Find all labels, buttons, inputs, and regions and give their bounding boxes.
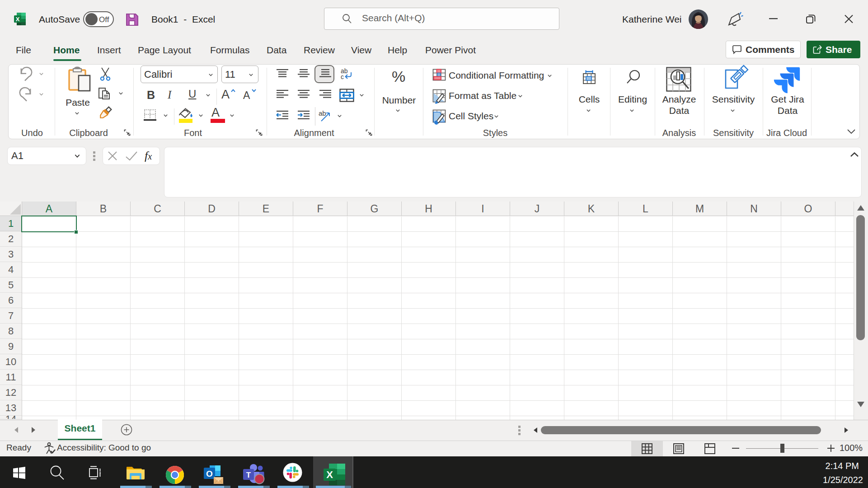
svg-text:X: X — [16, 16, 20, 23]
svg-text:X: X — [326, 469, 333, 480]
svg-text:T: T — [246, 471, 251, 479]
svg-text:ab: ab — [319, 109, 326, 117]
svg-text:c: c — [341, 73, 344, 80]
svg-text:O: O — [206, 469, 213, 479]
